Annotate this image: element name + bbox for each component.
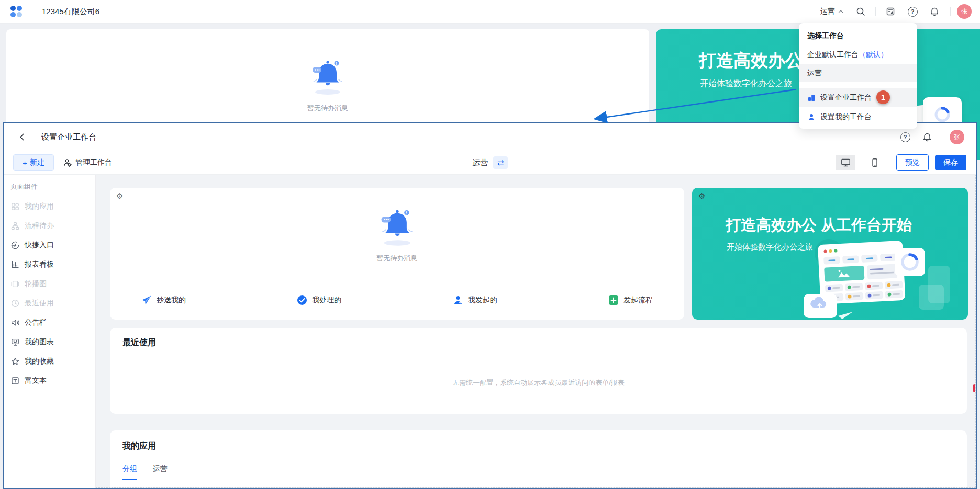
sidebar-item-announcement[interactable]: 公告栏 [4,313,95,332]
action-label: 发起流程 [623,295,653,305]
my-apps-title: 我的应用 [122,441,954,452]
action-initiated-by-me[interactable]: 我发起的 [453,295,497,305]
sidebar-item-report-board[interactable]: 报表看板 [4,255,95,274]
company-name: 12345有限公司6 [42,7,99,17]
sidebar-header: 页面组件 [4,181,95,197]
menu-item-setup-enterprise-workspace[interactable]: 设置企业工作台 1 [799,88,917,107]
screen: 12345有限公司6 运营 ? 张 [0,0,980,489]
action-handled-by-me[interactable]: 我处理的 [297,295,341,305]
action-label: 我发起的 [468,295,497,305]
modal-user-avatar[interactable]: 张 [950,130,964,144]
recent-hint-text: 无需统一配置，系统自动展示各成员最近访问的表单/报表 [110,378,967,388]
question-glyph: ? [911,8,915,15]
sidebar-item-my-apps: 我的应用 [4,197,95,216]
menu-item-label: 运营 [807,69,822,78]
workspace-menu-title: 选择工作台 [799,25,917,46]
preview-button[interactable]: 预览 [896,154,929,171]
mobile-view-button[interactable] [865,155,885,170]
widget-gear-icon[interactable]: ⚙ [116,191,123,201]
search-icon[interactable] [851,4,870,19]
banner-illustration [788,233,966,320]
guide-book-icon[interactable] [881,4,900,19]
help-icon[interactable]: ? [903,4,922,19]
sidebar-item-rich-text[interactable]: 富文本 [4,371,95,390]
divider [32,7,32,16]
notification-bell-icon[interactable] [925,4,944,19]
plus-icon: + [23,159,27,167]
desktop-view-button[interactable] [836,155,855,170]
workspace-menu: 选择工作台 企业默认工作台 （默认） 运营 设置企业工作台 1 设置我的工作台 [799,23,917,129]
my-apps-widget[interactable]: 我的应用 分组 运营 [110,430,967,488]
clock-icon [11,299,19,308]
widget-gear-icon[interactable]: ⚙ [698,191,705,201]
tab-yunying[interactable]: 运营 [153,464,168,480]
new-button[interactable]: + 新建 [13,154,54,171]
recent-title: 最近使用 [122,337,954,348]
send-icon [141,295,152,305]
sidebar-item-label: 流程待办 [25,221,54,231]
app-logo-icon [10,6,23,18]
workspace-switcher[interactable]: 运营 [820,7,844,16]
action-cc-to-me[interactable]: 抄送我的 [141,295,186,305]
modal-title: 设置企业工作台 [41,132,96,142]
switch-workspace-icon[interactable]: ⇄ [493,156,508,169]
menu-item-yunying-workspace[interactable]: 运营 [799,64,917,82]
user-avatar[interactable]: 张 [957,4,972,19]
empty-todo-text: 暂无待办消息 [377,254,418,263]
default-tag: （默认） [859,50,888,60]
menu-item-default-workspace[interactable]: 企业默认工作台 （默认） [799,46,917,64]
sidebar-item-my-charts[interactable]: 我的图表 [4,332,95,351]
caret-up-icon [838,8,844,15]
sidebar-item-my-favorites[interactable]: 我的收藏 [4,351,95,371]
sidebar-item-carousel: 轮播图 [4,274,95,293]
promo-banner-widget[interactable]: ⚙ 打造高效办公 从工作台开始 开始体验数字化办公之旅 [692,188,968,320]
todo-widget[interactable]: ⚙ 暂无待办消 [110,188,684,320]
rich-text-icon [11,377,19,385]
check-circle-icon [297,295,307,305]
manage-workspace-button[interactable]: 管理工作台 [63,158,112,167]
question-glyph: ? [904,134,907,140]
recent-used-widget[interactable]: 最近使用 无需统一配置，系统自动展示各成员最近访问的表单/报表 [110,328,967,414]
tab-group[interactable]: 分组 [122,464,137,480]
apps-grid-icon [11,202,19,211]
speaker-icon [11,319,19,327]
phone-icon [870,158,879,167]
manage-workspace-label: 管理工作台 [75,158,112,167]
back-icon[interactable] [16,131,28,143]
flow-icon [11,222,19,230]
new-button-label: 新建 [30,158,44,167]
action-label: 我处理的 [312,295,341,305]
workspace-switcher-label: 运营 [820,7,835,16]
modal-bell-icon[interactable] [918,129,937,145]
modal-help-icon[interactable]: ? [896,129,915,145]
menu-item-label: 设置我的工作台 [820,112,872,122]
menu-item-setup-my-workspace[interactable]: 设置我的工作台 [799,107,917,127]
divider [943,132,943,142]
divider [875,7,876,16]
bar-chart-icon [11,260,19,269]
app-topbar: 12345有限公司6 运营 ? 张 [0,0,980,24]
sidebar-item-label: 我的应用 [25,202,54,211]
sidebar-item-label: 快捷入口 [25,241,54,250]
sidebar-item-recent-used: 最近使用 [4,293,95,313]
setup-workspace-modal: 设置企业工作台 ? 张 + 新建 管理工作台 运营 [3,122,977,489]
scroll-indicator[interactable] [973,384,975,392]
action-start-process[interactable]: 发起流程 [608,295,653,305]
loader-ring-icon [933,105,952,124]
action-label: 抄送我的 [157,295,186,305]
modal-body: 页面组件 我的应用 流程待办 快捷入口 报表看板 [4,175,976,488]
save-button[interactable]: 保存 [935,155,966,170]
sidebar-item-label: 最近使用 [25,299,54,308]
current-workspace-name: 运营 [472,158,488,168]
monitor-icon [841,158,851,167]
sidebar-item-quick-entry[interactable]: 快捷入口 [4,235,95,255]
bg-banner-subtitle: 开始体验数字化办公之旅 [700,78,792,89]
divider [950,7,951,16]
bg-empty-todo-text: 暂无待办消息 [307,104,348,113]
quick-entry-icon [11,241,19,249]
workspace-canvas: ⚙ 暂无待办消 [96,175,976,488]
components-sidebar: 页面组件 我的应用 流程待办 快捷入口 报表看板 [4,175,96,488]
divider [34,133,34,141]
plus-square-icon [608,295,619,305]
swap-glyph: ⇄ [497,158,504,167]
